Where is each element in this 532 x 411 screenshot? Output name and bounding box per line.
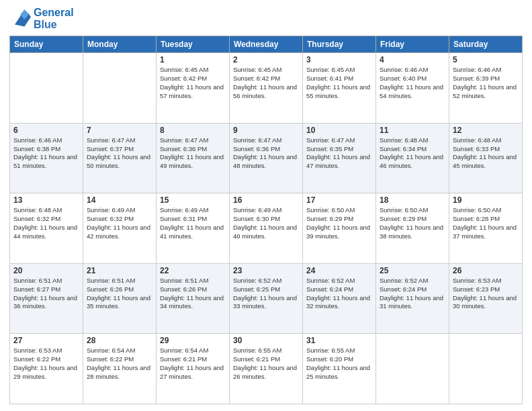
calendar-cell: 23Sunrise: 6:52 AM Sunset: 6:25 PM Dayli… [230, 263, 303, 334]
day-header-friday: Friday [376, 36, 449, 53]
day-number: 19 [453, 195, 519, 205]
calendar-cell: 15Sunrise: 6:49 AM Sunset: 6:31 PM Dayli… [157, 193, 230, 264]
logo-icon [9, 9, 31, 28]
day-number: 10 [306, 126, 372, 135]
day-number: 25 [380, 266, 445, 275]
day-info: Sunrise: 6:50 AM Sunset: 6:28 PM Dayligh… [453, 206, 519, 240]
day-number: 15 [160, 195, 226, 205]
calendar-cell: 11Sunrise: 6:48 AM Sunset: 6:34 PM Dayli… [376, 123, 449, 193]
day-header-monday: Monday [83, 36, 157, 53]
day-number: 20 [13, 266, 79, 275]
logo-text: General Blue [34, 7, 74, 30]
day-number: 21 [87, 266, 152, 275]
calendar-cell: 21Sunrise: 6:51 AM Sunset: 6:26 PM Dayli… [83, 263, 157, 334]
day-info: Sunrise: 6:45 AM Sunset: 6:42 PM Dayligh… [160, 66, 226, 100]
calendar-cell [83, 53, 157, 124]
calendar-cell [10, 53, 83, 124]
day-number: 4 [380, 55, 445, 64]
day-number: 17 [306, 195, 372, 205]
calendar-cell: 31Sunrise: 6:55 AM Sunset: 6:20 PM Dayli… [303, 334, 376, 404]
calendar-cell: 22Sunrise: 6:51 AM Sunset: 6:26 PM Dayli… [157, 263, 230, 334]
calendar-cell: 1Sunrise: 6:45 AM Sunset: 6:42 PM Daylig… [157, 53, 230, 124]
day-info: Sunrise: 6:47 AM Sunset: 6:35 PM Dayligh… [306, 136, 372, 171]
day-number: 8 [160, 126, 226, 135]
day-info: Sunrise: 6:50 AM Sunset: 6:29 PM Dayligh… [380, 206, 445, 240]
day-info: Sunrise: 6:48 AM Sunset: 6:32 PM Dayligh… [13, 206, 79, 240]
day-number: 23 [233, 266, 299, 275]
page: General Blue SundayMondayTuesdayWednesda… [0, 0, 532, 411]
day-number: 3 [306, 55, 372, 64]
day-number: 5 [453, 55, 519, 64]
day-info: Sunrise: 6:50 AM Sunset: 6:29 PM Dayligh… [306, 206, 372, 240]
day-header-saturday: Saturday [449, 36, 523, 53]
day-number: 29 [160, 336, 226, 345]
day-number: 16 [233, 195, 299, 205]
day-number: 6 [13, 126, 79, 135]
day-info: Sunrise: 6:51 AM Sunset: 6:27 PM Dayligh… [13, 277, 79, 311]
day-info: Sunrise: 6:52 AM Sunset: 6:25 PM Dayligh… [233, 277, 299, 311]
day-info: Sunrise: 6:55 AM Sunset: 6:21 PM Dayligh… [233, 347, 299, 381]
day-info: Sunrise: 6:53 AM Sunset: 6:23 PM Dayligh… [453, 277, 519, 311]
day-info: Sunrise: 6:53 AM Sunset: 6:22 PM Dayligh… [13, 347, 79, 381]
calendar-cell: 6Sunrise: 6:46 AM Sunset: 6:38 PM Daylig… [10, 123, 83, 193]
day-number: 7 [87, 126, 152, 135]
day-number: 11 [380, 126, 445, 135]
day-header-wednesday: Wednesday [230, 36, 303, 53]
day-info: Sunrise: 6:47 AM Sunset: 6:36 PM Dayligh… [233, 136, 299, 171]
day-number: 12 [453, 126, 519, 135]
day-info: Sunrise: 6:54 AM Sunset: 6:22 PM Dayligh… [87, 347, 152, 381]
day-info: Sunrise: 6:47 AM Sunset: 6:36 PM Dayligh… [160, 136, 226, 171]
day-info: Sunrise: 6:49 AM Sunset: 6:31 PM Dayligh… [160, 206, 226, 240]
day-info: Sunrise: 6:48 AM Sunset: 6:33 PM Dayligh… [453, 136, 519, 171]
day-info: Sunrise: 6:47 AM Sunset: 6:37 PM Dayligh… [87, 136, 152, 171]
day-info: Sunrise: 6:49 AM Sunset: 6:32 PM Dayligh… [87, 206, 152, 240]
calendar-cell: 20Sunrise: 6:51 AM Sunset: 6:27 PM Dayli… [10, 263, 83, 334]
day-number: 14 [87, 195, 152, 205]
calendar-cell: 4Sunrise: 6:46 AM Sunset: 6:40 PM Daylig… [376, 53, 449, 124]
calendar-cell: 2Sunrise: 6:45 AM Sunset: 6:42 PM Daylig… [230, 53, 303, 124]
day-info: Sunrise: 6:46 AM Sunset: 6:38 PM Dayligh… [13, 136, 79, 171]
day-info: Sunrise: 6:51 AM Sunset: 6:26 PM Dayligh… [160, 277, 226, 311]
calendar-cell: 18Sunrise: 6:50 AM Sunset: 6:29 PM Dayli… [376, 193, 449, 264]
day-info: Sunrise: 6:54 AM Sunset: 6:21 PM Dayligh… [160, 347, 226, 381]
day-number: 22 [160, 266, 226, 275]
calendar-cell: 13Sunrise: 6:48 AM Sunset: 6:32 PM Dayli… [10, 193, 83, 264]
calendar-header-row: SundayMondayTuesdayWednesdayThursdayFrid… [10, 36, 523, 53]
calendar-cell: 26Sunrise: 6:53 AM Sunset: 6:23 PM Dayli… [449, 263, 523, 334]
calendar-cell: 19Sunrise: 6:50 AM Sunset: 6:28 PM Dayli… [449, 193, 523, 264]
day-info: Sunrise: 6:46 AM Sunset: 6:39 PM Dayligh… [453, 66, 519, 100]
calendar-table: SundayMondayTuesdayWednesdayThursdayFrid… [9, 36, 523, 404]
day-info: Sunrise: 6:45 AM Sunset: 6:42 PM Dayligh… [233, 66, 299, 100]
calendar-cell: 8Sunrise: 6:47 AM Sunset: 6:36 PM Daylig… [157, 123, 230, 193]
calendar-cell: 28Sunrise: 6:54 AM Sunset: 6:22 PM Dayli… [83, 334, 157, 404]
day-info: Sunrise: 6:51 AM Sunset: 6:26 PM Dayligh… [87, 277, 152, 311]
calendar-cell: 16Sunrise: 6:49 AM Sunset: 6:30 PM Dayli… [230, 193, 303, 264]
calendar-cell [376, 334, 449, 404]
day-info: Sunrise: 6:48 AM Sunset: 6:34 PM Dayligh… [380, 136, 445, 171]
calendar-cell: 5Sunrise: 6:46 AM Sunset: 6:39 PM Daylig… [449, 53, 523, 124]
day-number: 1 [160, 55, 226, 64]
calendar-week-row: 1Sunrise: 6:45 AM Sunset: 6:42 PM Daylig… [10, 53, 523, 124]
calendar-cell [449, 334, 523, 404]
calendar-cell: 25Sunrise: 6:52 AM Sunset: 6:24 PM Dayli… [376, 263, 449, 334]
calendar-cell: 29Sunrise: 6:54 AM Sunset: 6:21 PM Dayli… [157, 334, 230, 404]
calendar-cell: 24Sunrise: 6:52 AM Sunset: 6:24 PM Dayli… [303, 263, 376, 334]
day-number: 9 [233, 126, 299, 135]
calendar-cell: 3Sunrise: 6:45 AM Sunset: 6:41 PM Daylig… [303, 53, 376, 124]
calendar-cell: 7Sunrise: 6:47 AM Sunset: 6:37 PM Daylig… [83, 123, 157, 193]
calendar-cell: 9Sunrise: 6:47 AM Sunset: 6:36 PM Daylig… [230, 123, 303, 193]
day-header-thursday: Thursday [303, 36, 376, 53]
logo: General Blue [9, 7, 74, 30]
day-info: Sunrise: 6:45 AM Sunset: 6:41 PM Dayligh… [306, 66, 372, 100]
calendar-cell: 12Sunrise: 6:48 AM Sunset: 6:33 PM Dayli… [449, 123, 523, 193]
calendar-cell: 30Sunrise: 6:55 AM Sunset: 6:21 PM Dayli… [230, 334, 303, 404]
day-header-tuesday: Tuesday [157, 36, 230, 53]
day-number: 13 [13, 195, 79, 205]
calendar-week-row: 27Sunrise: 6:53 AM Sunset: 6:22 PM Dayli… [10, 334, 523, 404]
day-number: 27 [13, 336, 79, 345]
day-number: 24 [306, 266, 372, 275]
header: General Blue [9, 7, 523, 30]
day-info: Sunrise: 6:49 AM Sunset: 6:30 PM Dayligh… [233, 206, 299, 240]
calendar-cell: 27Sunrise: 6:53 AM Sunset: 6:22 PM Dayli… [10, 334, 83, 404]
calendar-week-row: 6Sunrise: 6:46 AM Sunset: 6:38 PM Daylig… [10, 123, 523, 193]
